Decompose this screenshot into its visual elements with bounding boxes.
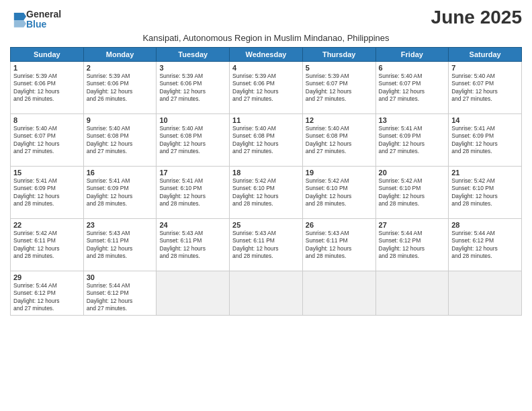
- sunrise: Sunrise: 5:39 AM: [87, 73, 130, 79]
- minutes: and 28 minutes.: [451, 200, 492, 207]
- day-number: 29: [13, 273, 81, 281]
- day-number: 23: [87, 221, 154, 229]
- sunrise: Sunrise: 5:41 AM: [87, 177, 130, 184]
- sunset: Sunset: 6:12 PM: [87, 289, 129, 296]
- cell-info: Sunrise: 5:39 AM Sunset: 6:06 PM Dayligh…: [13, 73, 81, 103]
- daylight: Daylight: 12 hours: [87, 245, 133, 252]
- day-number: 25: [232, 221, 300, 229]
- daylight: Daylight: 12 hours: [159, 245, 206, 252]
- minutes: and 28 minutes.: [379, 253, 419, 259]
- sunrise: Sunrise: 5:40 AM: [451, 73, 495, 79]
- daylight: Daylight: 12 hours: [232, 88, 279, 95]
- day-number: 6: [379, 64, 446, 72]
- svg-marker-1: [14, 20, 26, 28]
- day-25: 25 Sunrise: 5:43 AM Sunset: 6:11 PM Dayl…: [230, 218, 303, 271]
- sunrise: Sunrise: 5:40 AM: [232, 125, 276, 132]
- sunset: Sunset: 6:11 PM: [13, 237, 56, 244]
- day-28: 28 Sunrise: 5:44 AM Sunset: 6:12 PM Dayl…: [449, 218, 522, 271]
- svg-marker-0: [14, 13, 26, 20]
- daylight: Daylight: 12 hours: [232, 193, 279, 199]
- logo-general: General: [26, 9, 61, 19]
- sunrise: Sunrise: 5:41 AM: [159, 177, 203, 184]
- sunrise: Sunrise: 5:41 AM: [13, 177, 57, 184]
- sunset: Sunset: 6:08 PM: [306, 132, 348, 139]
- sunrise: Sunrise: 5:40 AM: [13, 125, 57, 132]
- day-5: 5 Sunrise: 5:39 AM Sunset: 6:07 PM Dayli…: [302, 61, 375, 113]
- daylight: Daylight: 12 hours: [159, 193, 206, 199]
- cell-info: Sunrise: 5:44 AM Sunset: 6:12 PM Dayligh…: [13, 282, 81, 313]
- day-number: 17: [159, 169, 226, 177]
- daylight: Daylight: 12 hours: [306, 88, 352, 95]
- minutes: and 27 minutes.: [159, 148, 200, 154]
- col-tuesday: Tuesday: [157, 47, 230, 61]
- daylight: Daylight: 12 hours: [451, 88, 498, 95]
- col-saturday: Saturday: [449, 47, 522, 61]
- sunset: Sunset: 6:08 PM: [159, 132, 202, 139]
- cell-info: Sunrise: 5:40 AM Sunset: 6:08 PM Dayligh…: [232, 125, 300, 156]
- title-block: June 2025: [431, 7, 522, 28]
- sunrise: Sunrise: 5:39 AM: [306, 73, 349, 79]
- daylight: Daylight: 12 hours: [13, 140, 60, 147]
- day-number: 30: [87, 273, 154, 281]
- week-row-2: 8 Sunrise: 5:40 AM Sunset: 6:07 PM Dayli…: [11, 113, 522, 166]
- day-number: 1: [13, 64, 81, 72]
- minutes: and 27 minutes.: [306, 148, 346, 154]
- sunset: Sunset: 6:10 PM: [232, 185, 275, 191]
- col-thursday: Thursday: [302, 47, 375, 61]
- week-row-4: 22 Sunrise: 5:42 AM Sunset: 6:11 PM Dayl…: [11, 218, 522, 271]
- cell-info: Sunrise: 5:43 AM Sunset: 6:11 PM Dayligh…: [159, 230, 226, 261]
- col-wednesday: Wednesday: [230, 47, 303, 61]
- sunset: Sunset: 6:07 PM: [306, 80, 348, 87]
- minutes: and 26 minutes.: [87, 95, 127, 102]
- day-13: 13 Sunrise: 5:41 AM Sunset: 6:09 PM Dayl…: [375, 113, 449, 166]
- cell-info: Sunrise: 5:40 AM Sunset: 6:08 PM Dayligh…: [306, 125, 373, 156]
- daylight: Daylight: 12 hours: [87, 193, 133, 199]
- sunrise: Sunrise: 5:44 AM: [13, 282, 57, 289]
- sunset: Sunset: 6:06 PM: [13, 80, 56, 87]
- minutes: and 27 minutes.: [379, 95, 419, 102]
- daylight: Daylight: 12 hours: [379, 193, 425, 199]
- daylight: Daylight: 12 hours: [87, 140, 133, 147]
- col-friday: Friday: [375, 47, 449, 61]
- sunset: Sunset: 6:09 PM: [451, 132, 494, 139]
- sunset: Sunset: 6:11 PM: [87, 237, 129, 244]
- sunrise: Sunrise: 5:41 AM: [451, 125, 495, 132]
- day-number: 16: [87, 169, 154, 177]
- sunrise: Sunrise: 5:43 AM: [87, 230, 130, 236]
- sunrise: Sunrise: 5:40 AM: [87, 125, 130, 132]
- sunrise: Sunrise: 5:42 AM: [451, 177, 495, 184]
- day-3: 3 Sunrise: 5:39 AM Sunset: 6:06 PM Dayli…: [157, 61, 230, 113]
- daylight: Daylight: 12 hours: [306, 245, 352, 252]
- col-monday: Monday: [83, 47, 157, 61]
- sunrise: Sunrise: 5:39 AM: [232, 73, 276, 79]
- day-26: 26 Sunrise: 5:43 AM Sunset: 6:11 PM Dayl…: [302, 218, 375, 271]
- day-number: 27: [379, 221, 446, 229]
- sunrise: Sunrise: 5:39 AM: [13, 73, 57, 79]
- day-24: 24 Sunrise: 5:43 AM Sunset: 6:11 PM Dayl…: [157, 218, 230, 271]
- minutes: and 27 minutes.: [13, 305, 54, 312]
- sunrise: Sunrise: 5:44 AM: [379, 230, 423, 236]
- week-row-3: 15 Sunrise: 5:41 AM Sunset: 6:09 PM Dayl…: [11, 166, 522, 218]
- day-number: 24: [159, 221, 226, 229]
- daylight: Daylight: 12 hours: [451, 140, 498, 147]
- cell-info: Sunrise: 5:42 AM Sunset: 6:10 PM Dayligh…: [379, 177, 446, 208]
- empty-cell: [230, 271, 303, 315]
- minutes: and 27 minutes.: [306, 95, 346, 102]
- sunrise: Sunrise: 5:40 AM: [159, 125, 203, 132]
- sunset: Sunset: 6:11 PM: [159, 237, 202, 244]
- empty-cell: [375, 271, 449, 315]
- day-18: 18 Sunrise: 5:42 AM Sunset: 6:10 PM Dayl…: [230, 166, 303, 218]
- minutes: and 28 minutes.: [13, 200, 54, 207]
- day-number: 4: [232, 64, 300, 72]
- minutes: and 27 minutes.: [87, 148, 127, 154]
- cell-info: Sunrise: 5:42 AM Sunset: 6:11 PM Dayligh…: [13, 230, 81, 261]
- empty-cell: [302, 271, 375, 315]
- cell-info: Sunrise: 5:41 AM Sunset: 6:09 PM Dayligh…: [87, 177, 154, 208]
- minutes: and 28 minutes.: [379, 200, 419, 207]
- sunrise: Sunrise: 5:42 AM: [306, 177, 349, 184]
- cell-info: Sunrise: 5:41 AM Sunset: 6:10 PM Dayligh…: [159, 177, 226, 208]
- sunset: Sunset: 6:08 PM: [232, 132, 275, 139]
- day-2: 2 Sunrise: 5:39 AM Sunset: 6:06 PM Dayli…: [83, 61, 157, 113]
- day-number: 26: [306, 221, 373, 229]
- logo-text: General Blue: [26, 9, 61, 30]
